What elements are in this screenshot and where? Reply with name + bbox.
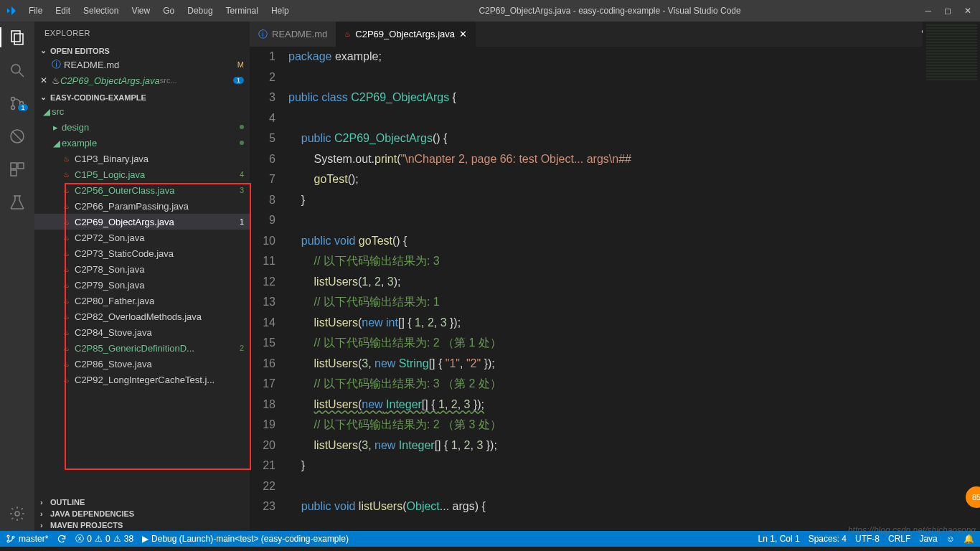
menu-selection[interactable]: Selection	[77, 3, 124, 19]
open-editors-label: OPEN EDITORS	[50, 47, 110, 55]
svg-point-19	[12, 536, 14, 538]
settings-icon[interactable]	[7, 504, 27, 524]
status-spaces[interactable]: Spaces: 4	[809, 534, 847, 544]
svg-point-18	[7, 540, 9, 542]
sidebar-section[interactable]: ›MAVEN PROJECTS	[34, 519, 250, 531]
sidebar-section[interactable]: ›OUTLINE	[34, 496, 250, 508]
file-item[interactable]: ♨C2P84_Stove.java	[34, 324, 250, 340]
svg-point-2	[11, 65, 20, 73]
status-branch[interactable]: master*	[6, 534, 48, 544]
editor-area: ⓘREADME.md♨C2P69_ObjectArgs.java✕ ··· 12…	[250, 22, 980, 531]
svg-rect-11	[11, 170, 17, 176]
explorer-icon[interactable]	[7, 27, 27, 47]
extensions-icon[interactable]	[7, 159, 27, 179]
file-item[interactable]: ♨C2P82_OverloadMethods.java	[34, 309, 250, 324]
branch-label: master*	[19, 534, 48, 544]
window-title: C2P69_ObjectArgs.java - easy-coding-exam…	[295, 6, 925, 16]
menu-edit[interactable]: Edit	[50, 3, 76, 19]
tabs-bar: ⓘREADME.md♨C2P69_ObjectArgs.java✕ ···	[250, 22, 980, 47]
file-item[interactable]: ♨C2P69_ObjectArgs.java1	[34, 214, 250, 230]
svg-rect-1	[14, 34, 23, 44]
editor-tab[interactable]: ♨C2P69_ObjectArgs.java✕	[336, 22, 476, 47]
menu-bar: File Edit Selection View Go Debug Termin…	[23, 3, 295, 19]
file-item[interactable]: ♨C2P73_StaticCode.java	[34, 245, 250, 261]
file-item[interactable]: ♨C2P79_Son.java	[34, 277, 250, 293]
svg-point-4	[11, 98, 15, 101]
menu-help[interactable]: Help	[265, 3, 295, 19]
explorer-sidebar: EXPLORER ⌄ OPEN EDITORS ⓘREADME.mdM✕♨C2P…	[34, 22, 250, 531]
maximize-icon[interactable]: ◻	[944, 6, 951, 16]
svg-line-8	[12, 131, 22, 141]
watermark: https://blog.csdn.net/shichaosong	[848, 525, 976, 535]
status-encoding[interactable]: UTF-8	[855, 534, 880, 544]
file-item[interactable]: ♨C2P78_Son.java	[34, 261, 250, 277]
status-eol[interactable]: CRLF	[888, 534, 910, 544]
minimap[interactable]	[923, 47, 980, 108]
svg-point-5	[11, 106, 15, 110]
file-item[interactable]: ♨C1P5_Logic.java4	[34, 166, 250, 182]
file-item[interactable]: ♨C2P85_GenericDefinitionD...2	[34, 340, 250, 356]
status-position[interactable]: Ln 1, Col 1	[758, 534, 800, 544]
scm-icon[interactable]: 1	[7, 93, 27, 113]
svg-point-12	[15, 512, 19, 516]
svg-point-17	[7, 535, 9, 537]
file-item[interactable]: ♨C2P92_LongIntegerCacheTest.j...	[34, 372, 250, 387]
file-item[interactable]: ♨C2P66_ParamPassing.java	[34, 198, 250, 214]
svg-line-3	[19, 72, 24, 77]
sidebar-section[interactable]: ›JAVA DEPENDENCIES	[34, 508, 250, 519]
file-item[interactable]: ♨C2P72_Son.java	[34, 230, 250, 245]
svg-rect-9	[11, 163, 17, 169]
open-editor-item[interactable]: ✕♨C2P69_ObjectArgs.java src...1	[34, 72, 250, 88]
folder-item[interactable]: ▸design	[34, 119, 250, 135]
minimize-icon[interactable]: ─	[925, 6, 931, 16]
close-tab-icon[interactable]: ✕	[459, 29, 467, 39]
scm-badge: 1	[18, 104, 28, 111]
chevron-down-icon: ⌄	[40, 93, 47, 102]
vscode-logo-icon	[6, 5, 17, 17]
code-editor[interactable]: 1234567891011121314151617181920212223 pa…	[250, 47, 980, 531]
svg-rect-0	[11, 31, 20, 42]
open-editors-section[interactable]: ⌄ OPEN EDITORS	[34, 44, 250, 57]
debug-icon[interactable]	[7, 126, 27, 146]
editor-tab[interactable]: ⓘREADME.md	[250, 22, 336, 47]
file-item[interactable]: ♨C2P56_OuterClass.java3	[34, 182, 250, 198]
status-debug[interactable]: ▶Debug (Launch)-main<test> (easy-coding-…	[142, 534, 349, 544]
menu-view[interactable]: View	[126, 3, 156, 19]
chevron-down-icon: ⌄	[40, 46, 47, 55]
status-sync[interactable]	[57, 534, 67, 544]
status-bar: master* ⓧ0 ⚠0 ⚠38 ▶Debug (Launch)-main<t…	[0, 531, 980, 547]
menu-debug[interactable]: Debug	[182, 3, 218, 19]
project-section[interactable]: ⌄ EASY-CODING-EXAMPLE	[34, 91, 250, 103]
svg-rect-10	[18, 163, 24, 169]
file-item[interactable]: ♨C2P80_Father.java	[34, 293, 250, 309]
status-language[interactable]: Java	[919, 534, 937, 544]
close-icon[interactable]: ✕	[964, 6, 971, 16]
folder-item[interactable]: ◢example	[34, 135, 250, 151]
status-problems[interactable]: ⓧ0 ⚠0 ⚠38	[75, 533, 133, 545]
activity-bar: 1	[0, 22, 34, 531]
title-bar: File Edit Selection View Go Debug Termin…	[0, 0, 980, 22]
search-icon[interactable]	[7, 60, 27, 80]
file-item[interactable]: ♨C2P86_Stove.java	[34, 356, 250, 372]
menu-go[interactable]: Go	[157, 3, 180, 19]
beaker-icon[interactable]	[7, 192, 27, 212]
status-bell-icon[interactable]: 🔔	[963, 534, 974, 544]
file-item[interactable]: ♨C1P3_Binary.java	[34, 151, 250, 166]
project-label: EASY-CODING-EXAMPLE	[50, 93, 146, 102]
explorer-title: EXPLORER	[34, 22, 250, 44]
menu-terminal[interactable]: Terminal	[220, 3, 264, 19]
status-feedback-icon[interactable]: ☺	[946, 534, 955, 544]
folder-item[interactable]: ◢src	[34, 103, 250, 119]
menu-file[interactable]: File	[23, 3, 48, 19]
open-editor-item[interactable]: ⓘREADME.mdM	[34, 57, 250, 72]
